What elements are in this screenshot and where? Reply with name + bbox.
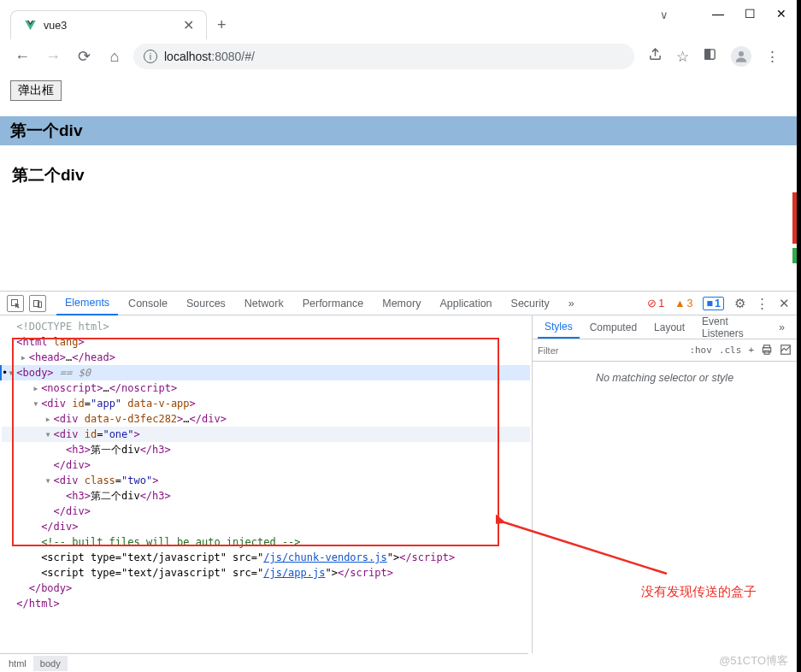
- tab-close-icon[interactable]: ✕: [183, 17, 194, 33]
- breadcrumb: html body: [0, 653, 528, 672]
- elements-tree[interactable]: <!DOCTYPE html> <html lang> ▸<head>…</he…: [0, 315, 532, 653]
- first-div: 第一个div: [0, 116, 797, 145]
- back-button[interactable]: ←: [10, 44, 34, 68]
- side-decor-red: [792, 192, 797, 244]
- tab-application[interactable]: Application: [431, 292, 500, 315]
- select-element-icon[interactable]: [7, 295, 24, 312]
- dom-node[interactable]: <h3>第一个div</h3>: [2, 442, 530, 457]
- dom-node[interactable]: <html lang>: [2, 334, 530, 350]
- reload-button[interactable]: ⟳: [72, 44, 96, 68]
- dom-node[interactable]: ▸<div data-v-d3fec282>…</div>: [2, 411, 530, 427]
- dom-node[interactable]: •▾<body> == $0: [2, 365, 530, 380]
- watermark: @51CTO博客: [719, 653, 788, 669]
- second-div: 第二个div: [10, 161, 786, 190]
- warning-badge[interactable]: ▲3: [674, 298, 692, 309]
- print-media-icon[interactable]: [761, 344, 773, 357]
- devtools-tab-row: Elements Console Sources Network Perform…: [0, 292, 797, 315]
- dom-node[interactable]: <!-- built files will be auto injected -…: [2, 534, 530, 550]
- site-info-icon[interactable]: i: [144, 50, 157, 63]
- chrome-menu-icon[interactable]: ⋮: [765, 48, 780, 66]
- styles-tab-computed[interactable]: Computed: [583, 317, 644, 338]
- tab-security[interactable]: Security: [503, 292, 558, 315]
- dom-node[interactable]: <h3>第二个div</h3>: [2, 488, 530, 504]
- devtools-close-icon[interactable]: ✕: [779, 296, 790, 311]
- dom-node[interactable]: </body>: [2, 581, 530, 596]
- styles-filter-row: :hov .cls +: [533, 339, 797, 362]
- styles-no-match: No matching selector or style: [533, 362, 797, 394]
- device-toolbar-icon[interactable]: [29, 295, 46, 312]
- chevron-down-icon[interactable]: ∨: [660, 9, 668, 21]
- devtools-panel: Elements Console Sources Network Perform…: [0, 291, 797, 672]
- dom-node[interactable]: </div>: [2, 504, 530, 519]
- dom-node[interactable]: ▸<noscript>…</noscript>: [2, 380, 530, 396]
- side-decor-green: [792, 248, 797, 263]
- tab-performance[interactable]: Performance: [294, 292, 373, 315]
- issues-badge[interactable]: ■1: [703, 297, 724, 310]
- popup-button[interactable]: 弹出框: [10, 80, 62, 101]
- browser-tab[interactable]: vue3 ✕: [10, 10, 207, 39]
- extensions-icon[interactable]: [703, 47, 717, 66]
- share-icon[interactable]: [648, 47, 663, 66]
- toolbar-right: ☆ ⋮: [641, 46, 786, 67]
- devtools-settings-icon[interactable]: ⚙: [734, 296, 745, 311]
- browser-chrome: ∨ — ☐ ✕ vue3 ✕ + ← → ⟳ ⌂ i localhost:808…: [0, 0, 797, 74]
- dom-node[interactable]: <script type="text/javascript" src="/js/…: [2, 550, 530, 565]
- new-tab-button[interactable]: +: [217, 10, 227, 39]
- crumb-html[interactable]: html: [2, 656, 33, 671]
- tab-strip: vue3 ✕ +: [0, 0, 797, 39]
- dom-node[interactable]: </div>: [2, 519, 530, 534]
- new-style-rule-icon[interactable]: +: [748, 345, 754, 356]
- dom-node[interactable]: </div>: [2, 457, 530, 473]
- forward-button[interactable]: →: [41, 44, 65, 68]
- hov-toggle[interactable]: :hov: [689, 345, 712, 356]
- styles-tab-more[interactable]: »: [772, 317, 792, 338]
- styles-tab-layout[interactable]: Layout: [647, 317, 692, 338]
- dom-node[interactable]: </html>: [2, 596, 530, 611]
- styles-filter-input[interactable]: [538, 345, 682, 356]
- styles-pane: Styles Computed Layout Event Listeners »…: [532, 315, 797, 653]
- tab-more[interactable]: »: [560, 292, 583, 315]
- tab-title: vue3: [44, 20, 176, 32]
- url-text: localhost:8080/#/: [164, 50, 255, 63]
- profile-avatar-icon[interactable]: [731, 46, 751, 67]
- window-controls: — ☐ ✕: [712, 7, 786, 21]
- svg-rect-1: [705, 50, 710, 59]
- devtools-menu-icon[interactable]: ⋮: [756, 296, 769, 311]
- computed-styles-icon[interactable]: [780, 344, 792, 357]
- tab-elements[interactable]: Elements: [56, 292, 118, 315]
- svg-point-2: [739, 51, 744, 56]
- dom-node[interactable]: <script type="text/javascript" src="/js/…: [2, 565, 530, 581]
- cls-toggle[interactable]: .cls: [719, 345, 742, 356]
- tab-sources[interactable]: Sources: [178, 292, 234, 315]
- maximize-button[interactable]: ☐: [745, 7, 756, 21]
- dom-node[interactable]: ▾<div id="one">: [2, 427, 530, 442]
- dom-node[interactable]: ▾<div id="app" data-v-app>: [2, 396, 530, 411]
- dom-node[interactable]: ▾<div class="two">: [2, 473, 530, 488]
- favicon-vue-icon: [23, 19, 37, 32]
- tab-console[interactable]: Console: [120, 292, 176, 315]
- page-viewport: 弹出框 第一个div 第二个div: [0, 74, 797, 291]
- styles-tab-styles[interactable]: Styles: [538, 316, 580, 339]
- minimize-button[interactable]: —: [712, 7, 724, 21]
- annotation-text: 没有发现传送的盒子: [641, 584, 757, 600]
- dom-node[interactable]: <!DOCTYPE html>: [2, 319, 530, 334]
- error-badge[interactable]: ⊘1: [647, 297, 664, 309]
- tab-memory[interactable]: Memory: [374, 292, 429, 315]
- address-bar[interactable]: i localhost:8080/#/: [133, 44, 634, 69]
- crumb-body[interactable]: body: [33, 656, 68, 671]
- close-window-button[interactable]: ✕: [776, 7, 786, 21]
- bookmark-star-icon[interactable]: ☆: [676, 48, 689, 66]
- home-button[interactable]: ⌂: [103, 44, 127, 68]
- tab-network[interactable]: Network: [236, 292, 292, 315]
- dom-node[interactable]: ▸<head>…</head>: [2, 350, 530, 365]
- address-bar-row: ← → ⟳ ⌂ i localhost:8080/#/ ☆ ⋮: [0, 39, 797, 74]
- styles-tabs-row: Styles Computed Layout Event Listeners »: [533, 315, 797, 339]
